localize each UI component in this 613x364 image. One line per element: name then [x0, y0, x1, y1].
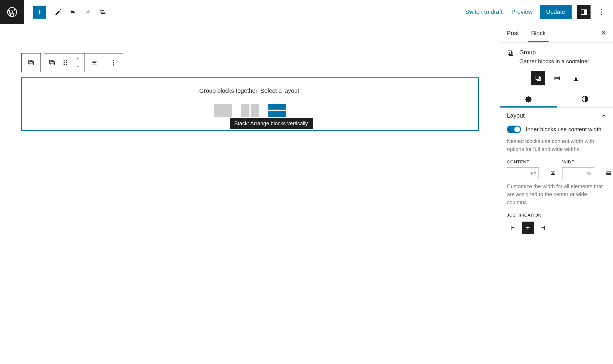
layout-group-button[interactable]	[214, 104, 232, 117]
plus-icon	[36, 8, 43, 16]
chevron-up-icon	[601, 113, 606, 118]
select-parent-button[interactable]	[22, 53, 40, 72]
content-width-col: CONTENT PX	[507, 159, 556, 179]
svg-rect-19	[508, 51, 512, 54]
group-block-placeholder[interactable]: Group blocks together. Select a layout: …	[21, 77, 479, 131]
main-layout: ⌃ ⌄ Group blocks together. Select a layo…	[0, 24, 613, 364]
block-type-button[interactable]	[44, 53, 60, 72]
sub-tab-styles[interactable]	[557, 91, 613, 107]
options-button[interactable]	[596, 5, 606, 19]
move-down-button[interactable]: ⌄	[76, 64, 80, 68]
wide-width-icon	[605, 170, 612, 176]
block-title: Group	[519, 49, 591, 56]
group-icon	[507, 50, 514, 57]
wordpress-logo-button[interactable]	[0, 0, 24, 24]
redo-button[interactable]	[80, 5, 95, 20]
list-icon	[98, 8, 107, 16]
wide-width-input[interactable]	[562, 167, 594, 179]
block-align-button[interactable]	[85, 53, 104, 72]
add-block-button[interactable]	[33, 6, 46, 19]
justify-left-icon	[510, 225, 516, 231]
sidebar-icon	[580, 9, 587, 16]
svg-rect-15	[93, 62, 96, 63]
layout-panel-header[interactable]: Layout	[500, 108, 613, 124]
update-button[interactable]: Update	[540, 5, 572, 19]
undo-button[interactable]	[66, 5, 80, 20]
variation-row-button[interactable]	[550, 71, 564, 85]
block-toolbar: ⌃ ⌄	[21, 53, 123, 72]
close-icon	[601, 30, 606, 36]
svg-rect-28	[541, 227, 544, 228]
width-help-text: Customize the width for all elements tha…	[507, 183, 606, 207]
justify-right-button[interactable]	[536, 222, 549, 234]
content-width-label: CONTENT	[507, 159, 556, 164]
align-icon	[91, 59, 98, 66]
justify-center-button[interactable]	[522, 222, 534, 234]
block-toolbar-main: ⌃ ⌄	[44, 53, 123, 72]
layout-stack-icon	[268, 104, 286, 117]
svg-rect-20	[509, 52, 513, 56]
editor-canvas[interactable]: ⌃ ⌄ Group blocks together. Select a layo…	[0, 24, 500, 364]
svg-rect-25	[606, 173, 611, 174]
svg-rect-8	[51, 61, 54, 65]
more-vertical-icon	[600, 9, 602, 15]
svg-point-11	[64, 62, 65, 63]
justify-right-icon	[539, 225, 546, 231]
wide-width-col: WIDE PX	[562, 159, 612, 179]
svg-point-9	[64, 60, 65, 61]
svg-rect-6	[30, 61, 33, 65]
redo-icon	[84, 8, 92, 16]
sub-tab-settings[interactable]	[500, 91, 557, 107]
switch-to-draft-button[interactable]: Switch to draft	[463, 6, 505, 18]
layout-row-button[interactable]	[241, 104, 259, 117]
move-up-button[interactable]: ⌃	[76, 58, 80, 62]
svg-rect-26	[512, 227, 514, 228]
close-sidebar-button[interactable]	[601, 29, 606, 38]
gear-icon	[525, 95, 532, 103]
tooltip-stack: Stack: Arrange blocks vertically.	[230, 118, 313, 129]
svg-point-14	[66, 64, 67, 65]
svg-point-3	[601, 12, 602, 13]
header-right-actions: Switch to draft Preview Update	[463, 5, 613, 19]
group-icon	[27, 59, 35, 66]
variation-stack-button[interactable]	[569, 71, 583, 85]
content-width-input[interactable]	[507, 167, 539, 179]
editor-header: Switch to draft Preview Update	[0, 0, 613, 24]
document-overview-button[interactable]	[95, 5, 110, 20]
content-width-icon	[550, 170, 556, 176]
tools-button[interactable]	[51, 5, 66, 20]
toggle-help-text: Nested blocks use content width with opt…	[507, 137, 606, 153]
tab-post[interactable]: Post	[507, 25, 519, 42]
preview-button[interactable]: Preview	[510, 6, 534, 18]
layout-panel-body: Inner blocks use content width Nested bl…	[500, 124, 613, 240]
layout-row-icon	[241, 104, 259, 117]
block-info: Group Gather blocks in a container.	[500, 43, 613, 71]
row-icon	[554, 75, 561, 82]
drag-handle[interactable]	[60, 53, 71, 72]
inner-blocks-width-toggle[interactable]	[507, 126, 521, 133]
block-options-button[interactable]	[104, 53, 123, 72]
group-icon	[535, 75, 542, 82]
justify-left-button[interactable]	[507, 222, 519, 234]
justify-center-icon	[525, 225, 531, 231]
stack-icon	[573, 75, 580, 82]
layout-group-icon	[214, 104, 232, 117]
variation-group-button[interactable]	[531, 71, 545, 85]
content-width-toggle-row: Inner blocks use content width	[507, 126, 606, 133]
svg-point-18	[113, 64, 114, 66]
inspector-sub-tabs	[500, 91, 613, 108]
svg-rect-1	[584, 10, 586, 14]
tab-block[interactable]: Block	[531, 25, 546, 42]
settings-sidebar-toggle[interactable]	[577, 5, 591, 19]
svg-point-13	[64, 64, 65, 65]
undo-icon	[69, 8, 77, 16]
block-mover: ⌃ ⌄	[71, 53, 85, 72]
justification-label: JUSTIFICATION	[507, 212, 606, 217]
svg-point-16	[113, 60, 114, 61]
width-controls-row: CONTENT PX WIDE PX	[507, 159, 606, 179]
header-left-tools	[24, 5, 110, 20]
svg-rect-24	[552, 173, 554, 174]
svg-rect-27	[526, 227, 530, 228]
layout-stack-button[interactable]	[268, 104, 286, 117]
svg-rect-7	[50, 60, 53, 64]
